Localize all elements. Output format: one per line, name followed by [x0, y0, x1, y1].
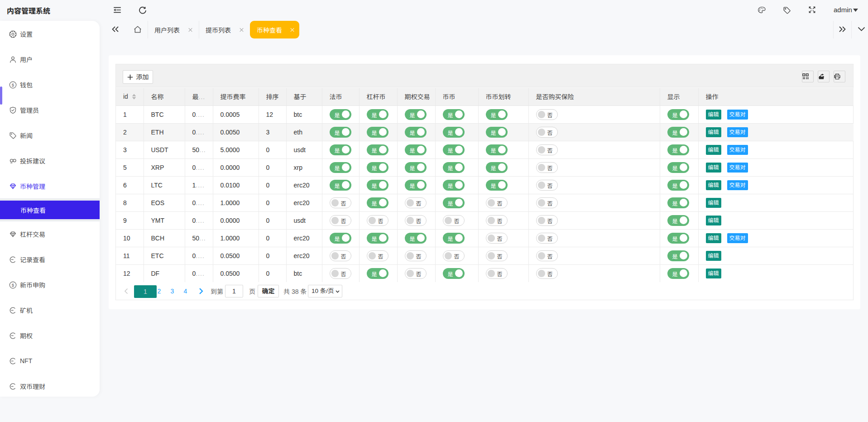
svg-text:$: $	[12, 82, 14, 87]
svg-text:$: $	[12, 283, 14, 288]
